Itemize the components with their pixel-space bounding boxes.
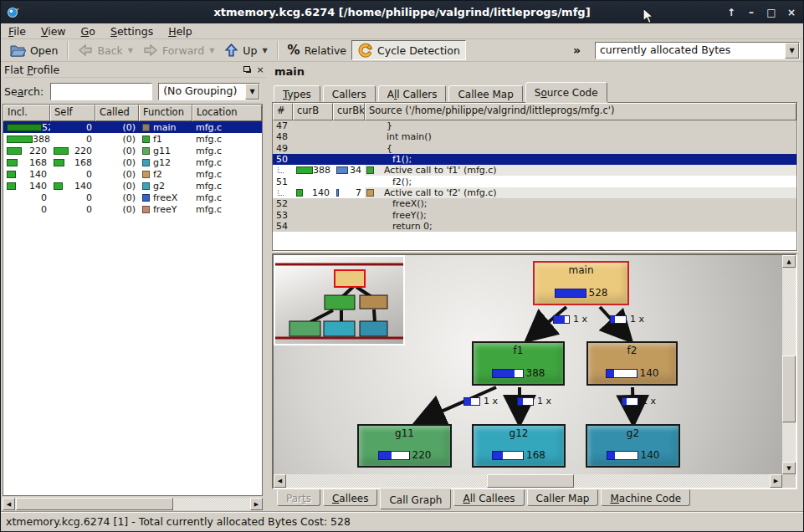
tab-source-code[interactable]: Source Code bbox=[525, 82, 607, 102]
graph-node-f2[interactable]: f2140 bbox=[586, 341, 678, 386]
combo-arrow-icon[interactable]: ▼ bbox=[245, 84, 259, 100]
source-line-48[interactable]: 48int main() bbox=[273, 131, 796, 142]
scroll-right-icon[interactable]: ▶ bbox=[250, 498, 263, 510]
self-cell: 0 bbox=[50, 203, 95, 215]
source-column-header-curb[interactable]: curB bbox=[293, 103, 333, 120]
active-call-row[interactable]: 1407Active call to 'f2' (mfg.c) bbox=[273, 187, 796, 198]
scroll-up-icon[interactable]: ▲ bbox=[782, 255, 796, 268]
relative-toggle-button[interactable]: % Relative bbox=[283, 40, 351, 60]
function-row-main[interactable]: 5280(0)mainmfg.c bbox=[3, 121, 262, 133]
scroll-thumb[interactable] bbox=[16, 498, 173, 510]
line-number: 48 bbox=[276, 131, 288, 142]
flat-profile-rows: 5280(0)mainmfg.c3880(0)f1mfg.c220220(0)g… bbox=[3, 121, 262, 215]
main-window: xtmemory.kcg.6274 [/home/philippe/valgri… bbox=[0, 0, 804, 532]
source-line-53[interactable]: 53 freeY(); bbox=[273, 209, 796, 220]
forward-button[interactable]: Forward ▼ bbox=[138, 40, 219, 60]
location-cell: mfg.c bbox=[192, 121, 262, 133]
cycle-detection-toggle-button[interactable]: Cycle Detection bbox=[351, 40, 466, 60]
function-row-freeY[interactable]: 00(0)freeYmfg.c bbox=[3, 203, 262, 215]
tab-all-callers[interactable]: All Callers bbox=[378, 85, 447, 102]
graph-overview-panner[interactable] bbox=[274, 255, 405, 345]
tab-types[interactable]: Types bbox=[274, 85, 320, 102]
close-panel-icon[interactable]: × bbox=[254, 64, 266, 76]
function-name: g2 bbox=[153, 181, 165, 192]
active-call-row[interactable]: 38834Active call to 'f1' (mfg.c) bbox=[273, 165, 796, 176]
source-line-54[interactable]: 54 return 0; bbox=[273, 221, 796, 232]
graph-node-g2[interactable]: g2140 bbox=[586, 424, 680, 468]
tab-callees[interactable]: Callees bbox=[323, 489, 377, 506]
scroll-down-icon[interactable]: ▼ bbox=[782, 462, 796, 474]
column-header-called[interactable]: Called bbox=[95, 105, 139, 121]
keep-above-button[interactable]: ↑ bbox=[725, 6, 738, 19]
call-graph-canvas[interactable]: main528f1388f2140g11220g12168g2140 1 x1 … bbox=[274, 255, 782, 474]
self-cell: 0 bbox=[50, 133, 95, 145]
menu-item-settings[interactable]: Settings bbox=[103, 24, 161, 38]
source-column-header-curbk[interactable]: curBk bbox=[333, 103, 365, 120]
flat-profile-dock-header[interactable]: Flat Profile × bbox=[4, 63, 266, 78]
back-button[interactable]: Back ▼ bbox=[73, 40, 138, 60]
scroll-thumb[interactable] bbox=[782, 356, 796, 422]
source-line-50[interactable]: 50 f1(); bbox=[273, 154, 796, 165]
maximize-button[interactable]: □ bbox=[765, 6, 778, 19]
close-button[interactable]: × bbox=[785, 6, 798, 19]
column-header-function[interactable]: Function bbox=[139, 105, 192, 121]
tab-parts[interactable]: Parts bbox=[277, 489, 320, 506]
source-line-49[interactable]: 49{ bbox=[273, 143, 796, 154]
graph-node-g11[interactable]: g11220 bbox=[357, 424, 452, 468]
function-row-f2[interactable]: 1400(0)f2mfg.c bbox=[3, 168, 262, 180]
graph-node-g12[interactable]: g12168 bbox=[472, 424, 566, 468]
scroll-thumb[interactable] bbox=[487, 474, 574, 488]
graph-vscrollbar[interactable]: ▲ ▼ bbox=[782, 255, 796, 474]
flat-profile-hscrollbar[interactable]: ◀ ▶ bbox=[3, 498, 263, 510]
scroll-left-icon[interactable]: ◀ bbox=[274, 474, 286, 488]
titlebar[interactable]: xtmemory.kcg.6274 [/home/philippe/valgri… bbox=[1, 1, 803, 23]
open-icon bbox=[9, 43, 26, 58]
column-header-self[interactable]: Self bbox=[50, 105, 95, 121]
event-type-select[interactable]: currently allocated Bytes ▼ bbox=[595, 42, 800, 59]
function-row-g2[interactable]: 140140(0)g2mfg.c bbox=[3, 180, 262, 192]
tab-all-callees[interactable]: All Callees bbox=[453, 489, 524, 506]
source-line-51[interactable]: 51 f2(); bbox=[273, 176, 796, 187]
tab-callee-map[interactable]: Callee Map bbox=[448, 85, 522, 102]
menu-item-view[interactable]: View bbox=[33, 24, 74, 38]
menu-item-help[interactable]: Help bbox=[161, 24, 200, 38]
function-row-g12[interactable]: 168168(0)g12mfg.c bbox=[3, 156, 262, 168]
function-row-g11[interactable]: 220220(0)g11mfg.c bbox=[3, 145, 262, 156]
scroll-right-icon[interactable]: ▶ bbox=[770, 474, 782, 488]
back-dropdown-icon[interactable]: ▼ bbox=[128, 47, 133, 54]
minimize-button[interactable]: – bbox=[745, 6, 758, 19]
toolbar-overflow-chevron[interactable]: » bbox=[568, 43, 586, 57]
menu-item-go[interactable]: Go bbox=[74, 24, 103, 38]
source-code-text: f1(); bbox=[387, 154, 412, 165]
graph-node-cost: 528 bbox=[555, 287, 608, 299]
source-line-47[interactable]: 47} bbox=[273, 120, 796, 131]
function-row-freeX[interactable]: 00(0)freeXmfg.c bbox=[3, 192, 262, 203]
incl-value: 168 bbox=[29, 157, 47, 168]
source-column-header-source[interactable]: Source ('/home/philippe/valgrind/littlep… bbox=[365, 103, 796, 120]
tab-caller-map[interactable]: Caller Map bbox=[527, 489, 599, 506]
float-panel-icon[interactable] bbox=[241, 64, 253, 76]
combo-arrow-icon[interactable]: ▼ bbox=[785, 43, 799, 59]
tab-machine-code[interactable]: Machine Code bbox=[601, 489, 690, 506]
column-header-incl[interactable]: Incl. bbox=[3, 105, 50, 121]
grouping-select[interactable]: (No Grouping) ▼ bbox=[158, 83, 260, 100]
source-column-header-line[interactable]: # bbox=[273, 103, 293, 120]
source-line-52[interactable]: 52 freeX(); bbox=[273, 198, 796, 209]
forward-dropdown-icon[interactable]: ▼ bbox=[209, 47, 214, 54]
flat-profile-title: Flat Profile bbox=[4, 64, 59, 76]
tab-call-graph[interactable]: Call Graph bbox=[380, 489, 451, 509]
scroll-left-icon[interactable]: ◀ bbox=[3, 498, 15, 510]
menu-item-file[interactable]: File bbox=[1, 24, 33, 38]
search-input[interactable] bbox=[50, 83, 152, 100]
graph-node-main[interactable]: main528 bbox=[533, 261, 629, 305]
column-header-location[interactable]: Location bbox=[192, 105, 262, 121]
up-button[interactable]: Up ▼ bbox=[219, 40, 272, 60]
graph-node-f1[interactable]: f1388 bbox=[472, 341, 565, 386]
open-button[interactable]: Open bbox=[4, 40, 63, 60]
up-dropdown-icon[interactable]: ▼ bbox=[262, 47, 267, 54]
self-value: 168 bbox=[74, 157, 92, 168]
function-row-f1[interactable]: 3880(0)f1mfg.c bbox=[3, 133, 262, 145]
graph-hscrollbar[interactable]: ◀ ▶ bbox=[274, 474, 782, 488]
function-group-color bbox=[142, 159, 150, 166]
tab-callers[interactable]: Callers bbox=[323, 85, 376, 102]
